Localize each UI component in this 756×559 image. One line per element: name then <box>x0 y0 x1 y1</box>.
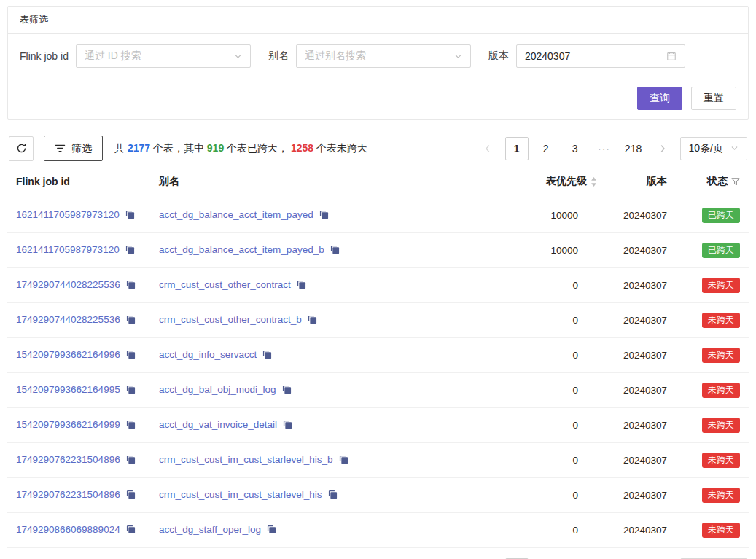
chevron-down-icon <box>454 52 462 60</box>
job-id-link[interactable]: 1749290762231504896 <box>16 454 120 465</box>
version-date-input[interactable]: 20240307 <box>516 44 685 68</box>
version-label: 版本 <box>488 50 509 63</box>
version-cell: 20240307 <box>606 513 676 548</box>
copy-icon[interactable] <box>297 280 306 292</box>
pagination-prev-icon[interactable] <box>476 137 499 160</box>
table-row: 1749290866069889024acct_dg_staff_oper_lo… <box>7 513 749 548</box>
priority-cell: 0 <box>499 513 606 548</box>
job-id-link[interactable]: 1621411705987973120 <box>16 209 120 220</box>
job-id-link[interactable]: 1749290744028225536 <box>16 314 120 325</box>
table-row: 1621411705987973120acct_dg_balance_acct_… <box>7 198 749 233</box>
copy-icon[interactable] <box>126 455 136 466</box>
priority-cell: 0 <box>499 443 606 478</box>
version-value: 20240307 <box>525 50 570 62</box>
job-id-link[interactable]: 1542097993662164996 <box>16 349 120 360</box>
job-id-link[interactable]: 1621411705987973120 <box>16 244 120 255</box>
job-id-link[interactable]: 1542097993662164999 <box>16 419 120 430</box>
pagination-page-2[interactable]: 2 <box>534 137 558 160</box>
alias-link[interactable]: crm_cust_cust_im_cust_starlevel_his_b <box>159 454 333 465</box>
alias-link[interactable]: acct_dg_vat_invoice_detail <box>159 419 277 430</box>
copy-icon[interactable] <box>126 420 136 431</box>
filter-item-alias: 别名 通过别名搜索 <box>268 44 471 68</box>
summary-text: 共 2177 个表，其中 919 个表已跨天， 1258 个表未跨天 <box>114 142 367 155</box>
page: 表筛选 Flink job id 通过 ID 搜索 别名 通过别名搜索 <box>0 0 756 559</box>
col-priority[interactable]: 表优先级 <box>499 165 606 198</box>
priority-cell: 0 <box>499 338 606 373</box>
sort-icon[interactable] <box>591 177 597 187</box>
copy-icon[interactable] <box>283 420 292 431</box>
alias-link[interactable]: acct_dg_bal_obj_modi_log <box>159 384 276 395</box>
copy-icon[interactable] <box>319 210 329 222</box>
status-badge: 未跨天 <box>702 523 740 538</box>
uncrossed-count: 1258 <box>291 142 313 154</box>
copy-icon[interactable] <box>262 350 272 361</box>
total-count: 2177 <box>128 142 150 154</box>
pagination-page-218[interactable]: 218 <box>622 137 645 160</box>
version-cell: 20240307 <box>606 233 676 268</box>
version-cell: 20240307 <box>606 408 676 443</box>
alias-select[interactable]: 通过别名搜索 <box>296 44 471 68</box>
alias-link[interactable]: crm_cust_cust_im_cust_starlevel_his <box>159 489 322 500</box>
job-id-link[interactable]: 1749290744028225536 <box>16 279 120 290</box>
job-id-select[interactable]: 通过 ID 搜索 <box>76 44 251 68</box>
refresh-icon <box>16 143 27 154</box>
copy-icon[interactable] <box>126 490 136 501</box>
copy-icon[interactable] <box>330 245 340 257</box>
refresh-button[interactable] <box>9 136 34 161</box>
copy-icon[interactable] <box>267 525 276 536</box>
priority-cell: 0 <box>499 478 606 513</box>
status-badge: 未跨天 <box>702 348 740 363</box>
copy-icon[interactable] <box>328 490 338 501</box>
tables-table: Flink job id 别名 表优先级 版本 状态 <box>7 165 749 548</box>
copy-icon[interactable] <box>282 385 292 396</box>
table-row: 1542097993662164999acct_dg_vat_invoice_d… <box>7 408 749 443</box>
alias-placeholder: 通过别名搜索 <box>305 50 366 63</box>
alias-link[interactable]: acct_dg_info_servacct <box>159 349 257 360</box>
search-button[interactable]: 查询 <box>637 87 682 110</box>
table-row: 1749290744028225536crm_cust_cust_other_c… <box>7 303 749 338</box>
col-status[interactable]: 状态 <box>676 165 749 198</box>
copy-icon[interactable] <box>339 455 348 466</box>
table-row: 1749290762231504896crm_cust_cust_im_cust… <box>7 478 749 513</box>
chevron-down-icon <box>234 52 242 60</box>
version-cell: 20240307 <box>606 303 676 338</box>
copy-icon[interactable] <box>126 350 136 361</box>
alias-link[interactable]: crm_cust_cust_other_contract_b <box>159 314 302 325</box>
pagination-next-icon[interactable] <box>651 137 674 160</box>
copy-icon[interactable] <box>125 245 135 257</box>
job-id-link[interactable]: 1542097993662164995 <box>16 384 120 395</box>
job-id-label: Flink job id <box>20 50 69 62</box>
copy-icon[interactable] <box>125 210 135 222</box>
job-id-link[interactable]: 1749290866069889024 <box>16 524 120 535</box>
filter-button[interactable]: 筛选 <box>44 136 103 161</box>
copy-icon[interactable] <box>308 315 317 327</box>
filter-item-version: 版本 20240307 <box>488 44 685 68</box>
job-id-link[interactable]: 1749290762231504896 <box>16 489 120 500</box>
reset-button[interactable]: 重置 <box>691 87 736 110</box>
copy-icon[interactable] <box>126 525 136 536</box>
copy-icon[interactable] <box>126 315 136 327</box>
alias-link[interactable]: acct_dg_balance_acct_item_payed_b <box>159 244 324 255</box>
filter-row: Flink job id 通过 ID 搜索 别名 通过别名搜索 <box>8 34 748 79</box>
alias-link[interactable]: crm_cust_cust_other_contract <box>159 279 291 290</box>
summary-part: 个表未跨天 <box>313 142 367 154</box>
page-size-select[interactable]: 10条/页 <box>680 137 747 160</box>
filter-button-label: 筛选 <box>71 142 92 155</box>
filter-funnel-icon[interactable] <box>731 177 740 186</box>
table-row: 1542097993662164996acct_dg_info_servacct… <box>7 338 749 373</box>
pagination-top: 123···21810条/页 <box>476 137 747 160</box>
alias-link[interactable]: acct_dg_balance_acct_item_payed <box>159 209 313 220</box>
chevron-down-icon <box>730 144 739 152</box>
copy-icon[interactable] <box>126 385 136 396</box>
priority-cell: 0 <box>499 408 606 443</box>
alias-link[interactable]: acct_dg_staff_oper_log <box>159 524 261 535</box>
table-row: 1542097993662164995acct_dg_bal_obj_modi_… <box>7 373 749 408</box>
col-version: 版本 <box>606 165 676 198</box>
pagination-page-3[interactable]: 3 <box>564 137 587 160</box>
alias-label: 别名 <box>268 50 289 63</box>
filter-card-title: 表筛选 <box>8 7 748 34</box>
page-size-value: 10条/页 <box>689 142 723 155</box>
pagination-page-1[interactable]: 1 <box>505 137 529 160</box>
table-body: 1621411705987973120acct_dg_balance_acct_… <box>7 198 749 548</box>
copy-icon[interactable] <box>126 280 136 292</box>
